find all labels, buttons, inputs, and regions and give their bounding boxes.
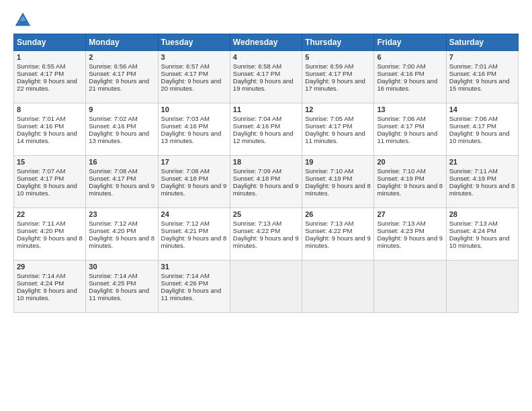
day-number: 17 <box>161 158 227 166</box>
calendar-day-cell: 31Sunrise: 7:14 AMSunset: 4:26 PMDayligh… <box>158 261 230 313</box>
calendar-day-cell: 7Sunrise: 7:01 AMSunset: 4:16 PMDaylight… <box>446 51 518 103</box>
weekday-header: Wednesday <box>230 34 302 51</box>
calendar-day-cell: 2Sunrise: 6:56 AMSunset: 4:17 PMDaylight… <box>86 51 158 103</box>
logo-icon <box>13 11 32 30</box>
calendar-body: 1Sunrise: 6:55 AMSunset: 4:17 PMDaylight… <box>14 51 519 313</box>
day-number: 4 <box>233 53 299 61</box>
day-number: 16 <box>89 158 154 166</box>
calendar-day-cell: 25Sunrise: 7:13 AMSunset: 4:22 PMDayligh… <box>230 208 302 261</box>
calendar-week-row: 1Sunrise: 6:55 AMSunset: 4:17 PMDaylight… <box>14 51 519 103</box>
day-number: 12 <box>305 105 371 113</box>
calendar-day-cell: 15Sunrise: 7:07 AMSunset: 4:17 PMDayligh… <box>14 156 86 208</box>
day-number: 29 <box>17 263 83 271</box>
day-number: 31 <box>161 263 227 271</box>
calendar-day-cell: 18Sunrise: 7:09 AMSunset: 4:18 PMDayligh… <box>230 156 302 208</box>
calendar-day-cell: 16Sunrise: 7:08 AMSunset: 4:17 PMDayligh… <box>86 156 158 208</box>
calendar-day-cell: 22Sunrise: 7:11 AMSunset: 4:20 PMDayligh… <box>14 208 86 261</box>
logo <box>13 11 34 30</box>
day-number: 30 <box>89 263 154 271</box>
calendar-day-cell: 30Sunrise: 7:14 AMSunset: 4:25 PMDayligh… <box>86 261 158 313</box>
calendar-day-cell <box>446 261 518 313</box>
day-number: 9 <box>89 105 154 113</box>
weekday-header: Friday <box>374 34 446 51</box>
day-number: 13 <box>377 105 443 113</box>
weekday-header: Sunday <box>14 34 86 51</box>
calendar-day-cell: 26Sunrise: 7:13 AMSunset: 4:22 PMDayligh… <box>302 208 374 261</box>
calendar-day-cell: 21Sunrise: 7:11 AMSunset: 4:19 PMDayligh… <box>446 156 518 208</box>
day-number: 15 <box>17 158 83 166</box>
page-container: SundayMondayTuesdayWednesdayThursdayFrid… <box>0 0 532 320</box>
calendar-day-cell: 6Sunrise: 7:00 AMSunset: 4:16 PMDaylight… <box>374 51 446 103</box>
calendar-day-cell <box>374 261 446 313</box>
day-number: 26 <box>305 210 371 218</box>
day-number: 20 <box>377 158 443 166</box>
day-number: 24 <box>161 210 227 218</box>
calendar-day-cell: 3Sunrise: 6:57 AMSunset: 4:17 PMDaylight… <box>158 51 230 103</box>
calendar-day-cell: 24Sunrise: 7:12 AMSunset: 4:21 PMDayligh… <box>158 208 230 261</box>
calendar-week-row: 29Sunrise: 7:14 AMSunset: 4:24 PMDayligh… <box>14 261 519 313</box>
day-number: 18 <box>233 158 299 166</box>
calendar-day-cell: 10Sunrise: 7:03 AMSunset: 4:16 PMDayligh… <box>158 103 230 156</box>
weekday-header: Monday <box>86 34 158 51</box>
day-number: 2 <box>89 53 154 61</box>
calendar-week-row: 22Sunrise: 7:11 AMSunset: 4:20 PMDayligh… <box>14 208 519 261</box>
day-number: 8 <box>17 105 83 113</box>
calendar-day-cell: 12Sunrise: 7:05 AMSunset: 4:17 PMDayligh… <box>302 103 374 156</box>
calendar-week-row: 15Sunrise: 7:07 AMSunset: 4:17 PMDayligh… <box>14 156 519 208</box>
calendar-day-cell: 29Sunrise: 7:14 AMSunset: 4:24 PMDayligh… <box>14 261 86 313</box>
calendar-day-cell: 9Sunrise: 7:02 AMSunset: 4:16 PMDaylight… <box>86 103 158 156</box>
day-number: 19 <box>305 158 371 166</box>
day-number: 28 <box>449 210 515 218</box>
day-number: 7 <box>449 53 515 61</box>
calendar-day-cell: 17Sunrise: 7:08 AMSunset: 4:18 PMDayligh… <box>158 156 230 208</box>
day-number: 27 <box>377 210 443 218</box>
day-number: 14 <box>449 105 515 113</box>
weekday-header: Saturday <box>446 34 518 51</box>
svg-rect-2 <box>19 21 26 24</box>
header <box>13 11 519 30</box>
day-number: 25 <box>233 210 299 218</box>
day-number: 6 <box>377 53 443 61</box>
day-number: 23 <box>89 210 154 218</box>
calendar-day-cell: 28Sunrise: 7:13 AMSunset: 4:24 PMDayligh… <box>446 208 518 261</box>
day-number: 3 <box>161 53 227 61</box>
day-number: 1 <box>17 53 83 61</box>
calendar-day-cell: 19Sunrise: 7:10 AMSunset: 4:19 PMDayligh… <box>302 156 374 208</box>
calendar-day-cell <box>302 261 374 313</box>
calendar-table: SundayMondayTuesdayWednesdayThursdayFrid… <box>13 34 519 313</box>
calendar-day-cell: 11Sunrise: 7:04 AMSunset: 4:16 PMDayligh… <box>230 103 302 156</box>
calendar-day-cell: 27Sunrise: 7:13 AMSunset: 4:23 PMDayligh… <box>374 208 446 261</box>
day-number: 11 <box>233 105 299 113</box>
calendar-day-cell: 5Sunrise: 6:59 AMSunset: 4:17 PMDaylight… <box>302 51 374 103</box>
calendar-day-cell <box>230 261 302 313</box>
calendar-day-cell: 23Sunrise: 7:12 AMSunset: 4:20 PMDayligh… <box>86 208 158 261</box>
calendar-day-cell: 20Sunrise: 7:10 AMSunset: 4:19 PMDayligh… <box>374 156 446 208</box>
calendar-header-row: SundayMondayTuesdayWednesdayThursdayFrid… <box>14 34 519 51</box>
calendar-day-cell: 1Sunrise: 6:55 AMSunset: 4:17 PMDaylight… <box>14 51 86 103</box>
calendar-day-cell: 8Sunrise: 7:01 AMSunset: 4:16 PMDaylight… <box>14 103 86 156</box>
weekday-header: Thursday <box>302 34 374 51</box>
day-number: 10 <box>161 105 227 113</box>
day-number: 21 <box>449 158 515 166</box>
calendar-day-cell: 14Sunrise: 7:06 AMSunset: 4:17 PMDayligh… <box>446 103 518 156</box>
weekday-header: Tuesday <box>158 34 230 51</box>
calendar-week-row: 8Sunrise: 7:01 AMSunset: 4:16 PMDaylight… <box>14 103 519 156</box>
day-number: 5 <box>305 53 371 61</box>
day-number: 22 <box>17 210 83 218</box>
calendar-day-cell: 4Sunrise: 6:58 AMSunset: 4:17 PMDaylight… <box>230 51 302 103</box>
calendar-day-cell: 13Sunrise: 7:06 AMSunset: 4:17 PMDayligh… <box>374 103 446 156</box>
